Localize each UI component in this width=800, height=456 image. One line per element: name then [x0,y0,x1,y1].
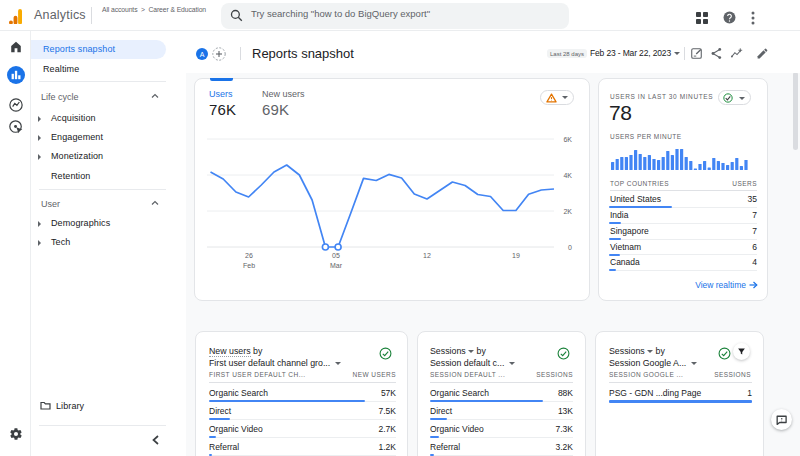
svg-text:2K: 2K [563,208,572,215]
svg-text:12: 12 [423,252,431,259]
svg-text:Mar: Mar [330,262,343,269]
svg-text:6K: 6K [563,136,572,143]
svg-text:4K: 4K [563,172,572,179]
svg-text:A: A [200,51,205,58]
svg-text:Feb: Feb [243,262,255,269]
svg-text:26: 26 [245,252,253,259]
svg-text:05: 05 [332,252,340,259]
svg-text:19: 19 [512,252,520,259]
svg-text:0: 0 [568,244,572,251]
